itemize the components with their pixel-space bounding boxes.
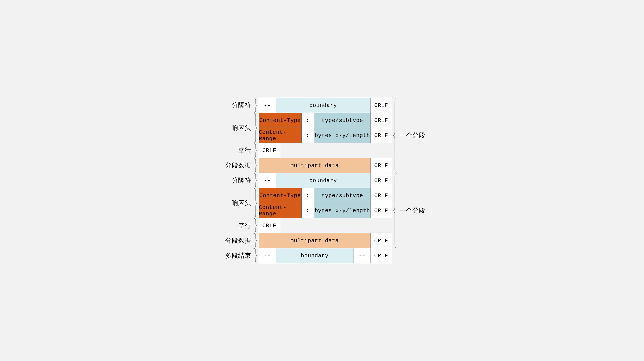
brace-icon (252, 218, 258, 233)
header-name-cell: Content-Type (259, 188, 302, 203)
colon-cell: : (302, 203, 314, 218)
content-range-row: Content-Range : bytes x-y/length CRLF (259, 203, 392, 218)
crlf-cell: CRLF (370, 98, 392, 113)
label-text: 分段数据 (224, 236, 252, 245)
label-separator-2: 分隔符 (214, 173, 259, 188)
crlf-cell: CRLF (370, 113, 392, 128)
content-type-row: Content-Type : type/subtype CRLF (259, 113, 392, 128)
crlf-cell: CRLF (370, 203, 392, 218)
crlf-cell: CRLF (370, 128, 392, 143)
colon-cell: : (302, 188, 314, 203)
crlf-cell: CRLF (370, 173, 392, 188)
label-one-segment-1: 一个分段 (392, 98, 430, 173)
brace-icon (393, 98, 399, 173)
label-text: 响应头 (231, 199, 252, 207)
crlf-cell: CRLF (370, 158, 392, 173)
boundary-cell: boundary (276, 248, 354, 263)
colon-cell: : (302, 128, 314, 143)
data-row: multipart data CRLF (259, 233, 392, 248)
colon-cell: : (302, 113, 314, 128)
label-text: 一个分段 (399, 206, 426, 215)
data-row: multipart data CRLF (259, 158, 392, 173)
label-response-header-2: 响应头 (214, 188, 259, 218)
header-value-cell: bytes x-y/length (314, 128, 371, 143)
brace-icon (252, 113, 258, 143)
label-text: 空行 (237, 146, 252, 155)
label-multipart-end: 多段结束 (214, 248, 259, 263)
brace-icon (252, 158, 258, 173)
label-segment-data-1: 分段数据 (214, 158, 259, 173)
multipart-data-cell: multipart data (259, 158, 371, 173)
boundary-cell: boundary (276, 173, 371, 188)
right-labels: 一个分段 一个分段 (392, 98, 430, 263)
brace-icon (252, 98, 258, 113)
blank-line-row: CRLF (259, 218, 392, 233)
label-text: 分段数据 (224, 161, 252, 170)
crlf-cell: CRLF (259, 143, 280, 158)
header-value-cell: type/subtype (314, 113, 371, 128)
label-blank-line-1: 空行 (214, 143, 259, 158)
multipart-data-cell: multipart data (259, 233, 371, 248)
brace-icon (252, 188, 258, 218)
separator-row: -- boundary CRLF (259, 98, 392, 113)
dashdash-cell: -- (259, 98, 276, 113)
label-text: 一个分段 (399, 131, 426, 140)
crlf-cell: CRLF (370, 248, 392, 263)
crlf-cell: CRLF (370, 188, 392, 203)
content-range-row: Content-Range : bytes x-y/length CRLF (259, 128, 392, 143)
multipart-diagram: 分隔符 响应头 空行 分段数据 分隔符 响应头 空行 (214, 98, 430, 263)
crlf-cell: CRLF (259, 218, 280, 233)
dashdash-cell: -- (259, 248, 276, 263)
header-name-cell: Content-Range (259, 203, 302, 218)
brace-icon (252, 233, 258, 248)
end-row: -- boundary -- CRLF (259, 248, 392, 263)
label-separator-1: 分隔符 (214, 98, 259, 113)
label-response-header-1: 响应头 (214, 113, 259, 143)
header-name-cell: Content-Range (259, 128, 302, 143)
structure-grid: -- boundary CRLF Content-Type : type/sub… (259, 98, 392, 263)
label-text: 空行 (237, 221, 252, 230)
blank-line-row: CRLF (259, 143, 392, 158)
label-one-segment-2: 一个分段 (392, 173, 430, 248)
label-text: 多段结束 (224, 251, 252, 260)
header-value-cell: bytes x-y/length (314, 203, 371, 218)
brace-icon (393, 173, 399, 248)
separator-row: -- boundary CRLF (259, 173, 392, 188)
crlf-cell: CRLF (370, 233, 392, 248)
label-text: 分隔符 (231, 101, 252, 110)
brace-icon (252, 173, 258, 188)
label-text: 分隔符 (231, 176, 252, 185)
label-segment-data-2: 分段数据 (214, 233, 259, 248)
header-name-cell: Content-Type (259, 113, 302, 128)
brace-icon (252, 248, 258, 263)
label-blank-line-2: 空行 (214, 218, 259, 233)
label-text: 响应头 (231, 124, 252, 132)
content-type-row: Content-Type : type/subtype CRLF (259, 188, 392, 203)
boundary-cell: boundary (276, 98, 371, 113)
brace-icon (252, 143, 258, 158)
left-labels: 分隔符 响应头 空行 分段数据 分隔符 响应头 空行 (214, 98, 259, 263)
header-value-cell: type/subtype (314, 188, 371, 203)
dashdash-cell: -- (354, 248, 371, 263)
dashdash-cell: -- (259, 173, 276, 188)
